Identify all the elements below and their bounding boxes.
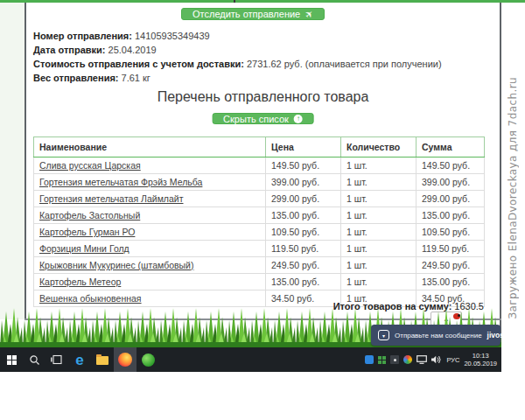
tray-blue-app-icon[interactable] — [365, 355, 374, 364]
taskbar-date: 20.05.2019 — [464, 360, 497, 368]
price-cell: 249.50 руб. — [266, 257, 341, 274]
hide-list-label: Скрыть список — [223, 114, 289, 124]
start-button[interactable] — [0, 347, 23, 372]
sum-cell: 249.50 руб. — [416, 257, 485, 274]
quantity-cell: 1 шт. — [341, 257, 416, 274]
product-link[interactable]: Форзиция Мини Голд — [39, 243, 130, 254]
green-app-icon — [142, 354, 155, 367]
chat-message-label: Отправьте нам сообщение — [395, 332, 482, 340]
product-link[interactable]: Картофель Гурман РО — [39, 227, 135, 237]
quantity-cell: 1 шт. — [341, 207, 416, 224]
arrow-up-icon: ▲ — [444, 316, 450, 322]
folder-icon — [96, 356, 108, 365]
page-left-margin — [0, 3, 24, 319]
items-total-label: Итого товаров на сумму: — [333, 301, 452, 312]
quantity-cell: 1 шт. — [341, 224, 416, 241]
quantity-cell: 1 шт. — [341, 191, 416, 207]
product-link[interactable]: Гортензия метельчатая Лаймлайт — [39, 193, 184, 204]
quantity-cell: 1 шт. — [341, 174, 416, 191]
windows-taskbar: e РУС 10:13 20.05.2019 — [0, 347, 525, 372]
info-value: 7.61 кг — [122, 73, 150, 83]
tray-camera-icon[interactable] — [390, 355, 399, 364]
table-row: Гортензия метельчатая Лаймлайт299.00 руб… — [34, 191, 485, 207]
taskbar-apps: e — [0, 347, 159, 372]
items-list-title: Перечень отправленного товара — [26, 89, 500, 105]
hide-list-button[interactable]: Скрыть список ↑ — [212, 113, 314, 124]
product-name-cell: Форзиция Мини Голд — [34, 241, 266, 257]
chat-bubble-icon: ▾ — [378, 330, 389, 340]
task-view-button[interactable] — [46, 347, 68, 372]
shipment-info-line: Вес отправления: 7.61 кг — [33, 71, 442, 85]
shipment-info-line: Номер отправления: 14105935349439 — [33, 29, 442, 43]
system-tray: РУС 10:13 20.05.2019 — [365, 347, 497, 372]
price-cell: 135.00 руб. — [266, 207, 341, 224]
edge-icon: e — [75, 353, 83, 368]
info-value: 2731.62 руб. (оплачивается при получении… — [247, 59, 442, 69]
quantity-cell: 1 шт. — [341, 158, 416, 174]
arrow-up-circle-icon: ↑ — [294, 115, 303, 123]
price-cell: 149.50 руб. — [266, 158, 341, 174]
shipment-panel: Отследить отправление ✈ Номер отправлени… — [26, 3, 500, 318]
search-button[interactable] — [23, 347, 46, 372]
column-header: Наименование — [34, 137, 266, 158]
quantity-cell: 1 шт. — [341, 274, 416, 290]
tray-volume-icon[interactable] — [431, 355, 442, 364]
product-name-cell: Гортензия метельчатая Фрэйз Мельба — [34, 174, 266, 191]
product-name-cell: Крыжовник Мукуринес (штамбовый) — [34, 257, 266, 274]
info-value: 14105935349439 — [135, 31, 210, 41]
product-link[interactable]: Картофель Застольный — [39, 210, 140, 220]
price-cell: 399.00 руб. — [266, 174, 341, 191]
price-cell: 135.00 руб. — [266, 274, 341, 290]
taskbar-time: 10:13 — [464, 352, 497, 360]
track-shipment-button[interactable]: Отследить отправление ✈ — [181, 8, 325, 20]
sum-cell: 149.50 руб. — [416, 158, 485, 174]
product-link[interactable]: Гортензия метельчатая Фрэйз Мельба — [39, 177, 202, 187]
table-row: Крыжовник Мукуринес (штамбовый)249.50 ру… — [34, 257, 485, 274]
watermark-text: Загружено ElenaDvoreckaya для 7dach.ru — [507, 77, 519, 319]
airplane-icon: ✈ — [303, 7, 317, 21]
items-total: Итого товаров на сумму:1630.5 — [33, 301, 484, 312]
tray-display-icon[interactable] — [416, 355, 427, 364]
tray-browser-icon[interactable] — [403, 355, 412, 364]
edge-button[interactable]: e — [68, 347, 91, 372]
info-label: Дата отправки: — [33, 45, 108, 55]
info-label: Вес отправления: — [33, 73, 122, 83]
column-header: Цена — [266, 137, 341, 158]
green-app-button[interactable] — [136, 347, 159, 372]
product-name-cell: Картофель Гурман РО — [34, 224, 266, 241]
sum-cell: 299.00 руб. — [416, 191, 485, 207]
shipment-info: Номер отправления: 14105935349439Дата от… — [33, 29, 442, 85]
windows-logo-icon — [7, 355, 17, 365]
chat-widget-button[interactable]: ▾ Отправьте нам сообщение jivosite — [371, 325, 500, 346]
product-link[interactable]: Крыжовник Мукуринес (штамбовый) — [39, 260, 193, 270]
items-table-body: Слива русская Царская149.50 руб.1 шт.149… — [34, 158, 485, 307]
items-table: НаименованиеЦенаКоличествоСумма Слива ру… — [33, 136, 485, 307]
product-link[interactable]: Слива русская Царская — [39, 160, 141, 171]
column-header: Количество — [341, 137, 416, 158]
language-indicator[interactable]: РУС — [446, 356, 459, 364]
shipment-info-line: Дата отправки: 25.04.2019 — [33, 43, 442, 57]
product-name-cell: Слива русская Царская — [34, 158, 266, 174]
price-cell: 299.00 руб. — [266, 191, 341, 207]
product-name-cell: Гортензия метельчатая Лаймлайт — [34, 191, 266, 207]
product-link[interactable]: Картофель Метеор — [39, 276, 121, 287]
sum-cell: 109.50 руб. — [416, 224, 485, 241]
table-row: Форзиция Мини Голд119.50 руб.1 шт.119.50… — [34, 241, 485, 257]
desktop-screenshot: Отследить отправление ✈ Номер отправлени… — [0, 0, 525, 420]
product-name-cell: Картофель Метеор — [34, 274, 266, 290]
firefox-button[interactable] — [114, 347, 136, 372]
taskbar-clock[interactable]: 10:13 20.05.2019 — [464, 352, 497, 368]
shipment-info-line: Стоимость отправления с учетом доставки:… — [33, 57, 442, 71]
sum-cell: 119.50 руб. — [416, 241, 485, 257]
ladybug-icon — [453, 313, 460, 319]
product-name-cell: Картофель Застольный — [34, 207, 266, 224]
sum-cell: 399.00 руб. — [416, 174, 485, 191]
table-row: Гортензия метельчатая Фрэйз Мельба399.00… — [34, 174, 485, 191]
info-value: 25.04.2019 — [108, 45, 157, 55]
items-total-value: 1630.5 — [454, 301, 484, 312]
tray-green-app-icon[interactable] — [378, 356, 386, 364]
items-table-wrap: НаименованиеЦенаКоличествоСумма Слива ру… — [33, 136, 485, 307]
task-view-icon — [51, 354, 63, 365]
table-row: Картофель Метеор135.00 руб.1 шт.135.00 р… — [34, 274, 485, 290]
file-explorer-button[interactable] — [91, 347, 114, 372]
